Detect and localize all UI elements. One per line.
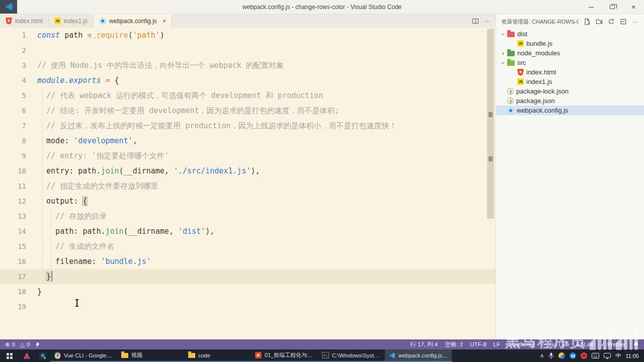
start-button[interactable] <box>0 349 19 362</box>
status-item-label: 0 <box>27 341 30 347</box>
tray-tray-yb[interactable] <box>558 352 565 359</box>
tree-item-index1.js[interactable]: JSindex1.js <box>496 77 644 86</box>
status-item-UTF-8[interactable]: UTF-8 <box>470 341 487 347</box>
line-number: 5 <box>0 88 29 103</box>
status-item-空格: 2[interactable]: 空格: 2 <box>445 341 463 348</box>
taskbar-button-Vue CLI - Google C...[interactable]: Vue CLI - Google C... <box>50 349 117 362</box>
status-item-行 17, 列 4[interactable]: 行 17, 列 4 <box>410 341 438 348</box>
code-line-2[interactable]: 2 <box>0 43 496 58</box>
tray-tray-pause[interactable] <box>570 352 576 359</box>
code-line-12[interactable]: 12 output: { <box>0 194 496 209</box>
tray-monitor[interactable] <box>604 353 611 359</box>
more-actions-icon[interactable]: ··· <box>631 18 639 26</box>
pinned-app-red[interactable] <box>19 349 35 362</box>
taskbar-button-视频[interactable]: 视频 <box>117 349 184 362</box>
ime-indicator[interactable]: 中 <box>615 352 621 359</box>
code-line-8[interactable]: 8 mode: 'development', <box>0 133 496 148</box>
status-item-0[interactable]: ⊗0 <box>5 341 15 348</box>
code-text: output: { <box>29 194 87 209</box>
code-line-11[interactable]: 11 // 指定生成的文件要存放到哪里 <box>0 178 496 194</box>
code-line-4[interactable]: 4module.exports = { <box>0 73 496 88</box>
code-line-10[interactable]: 10 entry: path.join(__dirname, './src/in… <box>0 163 496 178</box>
line-number: 15 <box>0 239 29 254</box>
close-button[interactable]: × <box>623 0 644 14</box>
tree-item-src[interactable]: ›src <box>496 58 644 67</box>
code-line-5[interactable]: 5 // 代表 webpack 运行的模式，可选值有两个 development… <box>0 88 496 103</box>
indent-guide <box>51 209 51 269</box>
chevron-down-icon[interactable]: › <box>499 60 507 66</box>
status-item-label: ESLint <box>576 341 593 347</box>
tab-bar: 5index.htmlJSindex1.js◆webpack.config.js… <box>0 14 496 28</box>
tab-index.html[interactable]: 5index.html <box>0 14 49 28</box>
main-area: 5index.htmlJSindex1.js◆webpack.config.js… <box>0 14 644 339</box>
minimize-button[interactable]: ─ <box>581 0 602 14</box>
close-tab-icon[interactable]: × <box>163 17 167 25</box>
status-item-label: 行 17, 列 4 <box>410 341 438 348</box>
json-icon: {} <box>507 98 514 104</box>
status-item-ESLint[interactable]: ESLint <box>576 341 593 347</box>
taskbar-button-label: C:\Windows\Syste... <box>332 352 381 358</box>
editor-scrollbar[interactable] <box>486 28 496 339</box>
code-line-13[interactable]: 13 // 存放的目录 <box>0 209 496 224</box>
code-line-6[interactable]: 6 // 结论: 开发时候一定要用 development，因为追求的是打包的速… <box>0 103 496 118</box>
new-folder-icon[interactable] <box>595 18 603 26</box>
tree-item-dist[interactable]: ›dist <box>496 29 644 39</box>
tree-item-package-lock.json[interactable]: {}package-lock.json <box>496 86 644 96</box>
code-line-15[interactable]: 15 // 生成的文件名 <box>0 239 496 254</box>
tree-item-index.html[interactable]: 5index.html <box>496 67 644 77</box>
split-editor-icon[interactable] <box>472 19 478 24</box>
tray-chevron-up[interactable]: ∧ <box>540 352 544 359</box>
status-item-JavaScript[interactable]: JavaScript <box>507 341 534 347</box>
code-line-18[interactable]: 18} <box>0 284 496 299</box>
chevron-right-icon[interactable]: › <box>499 50 507 56</box>
tray-keyboard[interactable] <box>592 353 599 358</box>
code-text: // 结论: 开发时候一定要用 development，因为追求的是打包的速度，… <box>29 103 340 118</box>
restore-button[interactable] <box>602 0 623 14</box>
tab-index1.js[interactable]: JSindex1.js <box>49 14 94 28</box>
code-line-1[interactable]: 1const path = require('path')··· <box>0 28 496 43</box>
html-icon: 5 <box>6 18 12 25</box>
new-file-icon[interactable] <box>583 18 591 26</box>
chevron-down-icon[interactable]: › <box>499 31 507 37</box>
code-editor[interactable]: 1const path = require('path')···23// 使用 … <box>0 28 496 339</box>
code-line-17[interactable]: 17 } <box>0 269 496 284</box>
title-bar: webpack.config.js - change-rows-color - … <box>0 0 644 14</box>
tray-tray-red[interactable] <box>581 352 587 359</box>
taskbar-button-code[interactable]: code <box>184 349 251 362</box>
app-red-icon <box>24 352 31 359</box>
clock[interactable]: 11:05 <box>625 353 639 359</box>
code-text: path: path.join(__dirname, 'dist'), <box>29 224 214 239</box>
js-icon: JS <box>54 18 61 24</box>
code-text: // 使用 Node.js 中的导出语法，向外导出一个 webpack 的配置对… <box>29 58 284 73</box>
status-item-Go Live[interactable]: Go Live <box>541 341 570 347</box>
status-item-LF[interactable]: LF <box>494 341 500 347</box>
code-line-14[interactable]: 14 path: path.join(__dirname, 'dist'), <box>0 224 496 239</box>
pinned-app-dark[interactable] <box>35 349 50 362</box>
taskbar-button-webpack.config.js - ...[interactable]: webpack.config.js - ... <box>385 349 452 362</box>
mic-icon <box>548 352 554 359</box>
status-item-lightning[interactable] <box>35 341 41 347</box>
tree-item-bundle.js[interactable]: JSbundle.js <box>496 39 644 48</box>
taskbar-button-C:\Windows\Syste...[interactable]: >_C:\Windows\Syste... <box>318 349 385 362</box>
taskbar-button-01_前端工程化与we...[interactable]: P01_前端工程化与we... <box>251 349 318 362</box>
tree-item-node_modules[interactable]: ›node_modules <box>496 48 644 58</box>
more-actions-icon[interactable]: ··· <box>485 18 491 25</box>
code-line-9[interactable]: 9 // entry: '指定要处理哪个文件' <box>0 148 496 163</box>
editor-actions: ··· <box>472 14 491 28</box>
tray-mic[interactable] <box>548 352 554 359</box>
status-item-0[interactable]: △0 <box>20 341 30 348</box>
refresh-icon[interactable] <box>607 18 615 26</box>
tree-item-webpack.config.js[interactable]: ◆webpack.config.js <box>496 106 644 115</box>
tab-webpack.config.js[interactable]: ◆webpack.config.js× <box>94 14 172 28</box>
code-text: // 指定生成的文件要存放到哪里 <box>29 178 158 194</box>
status-bar: ⊗0△0 行 17, 列 4空格: 2UTF-8LFJavaScriptGo L… <box>0 339 644 349</box>
code-line-3[interactable]: 3// 使用 Node.js 中的导出语法，向外导出一个 webpack 的配置… <box>0 58 496 73</box>
scrollbar-thumb[interactable] <box>487 29 494 219</box>
collapse-all-icon[interactable] <box>619 18 627 26</box>
line-number: 16 <box>0 254 29 269</box>
status-item-bell[interactable] <box>633 341 639 347</box>
tree-item-package.json[interactable]: {}package.json <box>496 96 644 106</box>
status-item-Prettier[interactable]: ✓Prettier <box>600 341 626 348</box>
code-line-7[interactable]: 7 // 反过来，发布上线的时候一定能要用 production，因为上线追求的… <box>0 118 496 133</box>
code-line-16[interactable]: 16 filename: 'bundle.js' <box>0 254 496 269</box>
